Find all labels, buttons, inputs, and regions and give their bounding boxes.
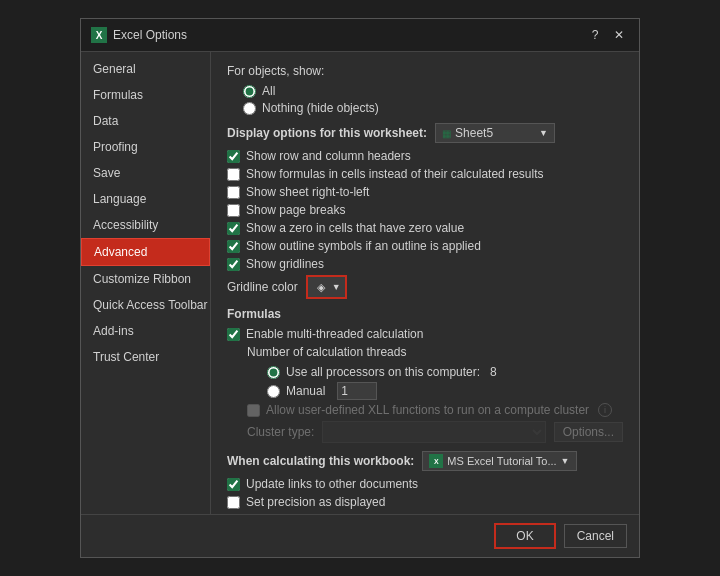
- close-button[interactable]: ✕: [609, 25, 629, 45]
- checkbox-show-formulas: Show formulas in cells instead of their …: [227, 167, 623, 181]
- checkbox-set-precision-input[interactable]: [227, 496, 240, 509]
- sidebar-item-proofing[interactable]: Proofing: [81, 134, 210, 160]
- gridline-color-button[interactable]: ◈ ▼: [306, 275, 347, 299]
- cancel-button[interactable]: Cancel: [564, 524, 627, 548]
- radio-all-label: All: [262, 84, 275, 98]
- checkbox-show-gridlines-label: Show gridlines: [246, 257, 324, 271]
- checkbox-show-row-col-label: Show row and column headers: [246, 149, 411, 163]
- checkbox-show-right-left-input[interactable]: [227, 186, 240, 199]
- help-button[interactable]: ?: [585, 25, 605, 45]
- worksheet-name: Sheet5: [455, 126, 493, 140]
- radio-all-processors-input[interactable]: [267, 366, 280, 379]
- gridline-color-label: Gridline color: [227, 280, 298, 294]
- workbook-name: MS Excel Tutorial To...: [447, 455, 556, 467]
- formulas-section-header: Formulas: [227, 307, 623, 321]
- checkbox-show-row-col: Show row and column headers: [227, 149, 623, 163]
- cluster-type-dropdown[interactable]: [322, 421, 545, 443]
- checkbox-show-formulas-input[interactable]: [227, 168, 240, 181]
- checkbox-set-precision: Set precision as displayed: [227, 495, 623, 509]
- checkbox-show-page-breaks-input[interactable]: [227, 204, 240, 217]
- worksheet-row: Display options for this worksheet: ▦ Sh…: [227, 123, 623, 143]
- options-button[interactable]: Options...: [554, 422, 623, 442]
- cluster-type-label: Cluster type:: [247, 425, 314, 439]
- checkbox-show-zero: Show a zero in cells that have zero valu…: [227, 221, 623, 235]
- checkbox-show-zero-input[interactable]: [227, 222, 240, 235]
- radio-all-input[interactable]: [243, 85, 256, 98]
- checkbox-update-links-input[interactable]: [227, 478, 240, 491]
- title-bar-left: X Excel Options: [91, 27, 187, 43]
- checkbox-enable-multithreaded-label: Enable multi-threaded calculation: [246, 327, 423, 341]
- processors-count: 8: [490, 365, 497, 379]
- sidebar-item-trust-center[interactable]: Trust Center: [81, 344, 210, 370]
- workbook-dropdown[interactable]: X MS Excel Tutorial To... ▼: [422, 451, 576, 471]
- radio-manual-label: Manual: [286, 384, 325, 398]
- excel-options-dialog: X Excel Options ? ✕ General Formulas Dat…: [80, 18, 640, 558]
- checkbox-show-formulas-label: Show formulas in cells instead of their …: [246, 167, 543, 181]
- checkbox-show-right-left-label: Show sheet right-to-left: [246, 185, 369, 199]
- sidebar-item-accessibility[interactable]: Accessibility: [81, 212, 210, 238]
- checkbox-set-precision-label: Set precision as displayed: [246, 495, 385, 509]
- manual-threads-input[interactable]: [337, 382, 377, 400]
- sidebar-item-quick-access-toolbar[interactable]: Quick Access Toolbar: [81, 292, 210, 318]
- dialog-title: Excel Options: [113, 28, 187, 42]
- radio-all-processors-item: Use all processors on this computer: 8: [267, 365, 623, 379]
- ok-button[interactable]: OK: [494, 523, 555, 549]
- sidebar-item-data[interactable]: Data: [81, 108, 210, 134]
- checkbox-show-gridlines-input[interactable]: [227, 258, 240, 271]
- main-content: For objects, show: All Nothing (hide obj…: [211, 52, 639, 514]
- radio-nothing-item: Nothing (hide objects): [243, 101, 623, 115]
- cluster-row: Cluster type: Options...: [247, 421, 623, 443]
- checkbox-enable-multithreaded-input[interactable]: [227, 328, 240, 341]
- workbook-xls-icon: X: [429, 454, 443, 468]
- radio-manual-item: Manual: [267, 382, 623, 400]
- dialog-footer: OK Cancel: [81, 514, 639, 557]
- display-options-label: Display options for this worksheet:: [227, 126, 427, 140]
- checkbox-show-zero-label: Show a zero in cells that have zero valu…: [246, 221, 464, 235]
- sidebar-item-advanced[interactable]: Advanced: [81, 238, 210, 266]
- title-bar: X Excel Options ? ✕: [81, 19, 639, 52]
- checkbox-allow-xll: Allow user-defined XLL functions to run …: [247, 403, 623, 417]
- checkbox-update-links-label: Update links to other documents: [246, 477, 418, 491]
- sidebar-item-save[interactable]: Save: [81, 160, 210, 186]
- worksheet-dropdown[interactable]: ▦ Sheet5 ▼: [435, 123, 555, 143]
- color-icon: ◈: [312, 279, 330, 295]
- checkbox-show-outline: Show outline symbols if an outline is ap…: [227, 239, 623, 253]
- checkbox-enable-multithreaded: Enable multi-threaded calculation: [227, 327, 623, 341]
- checkbox-show-page-breaks: Show page breaks: [227, 203, 623, 217]
- title-bar-right: ? ✕: [585, 25, 629, 45]
- dialog-body: General Formulas Data Proofing Save Lang…: [81, 52, 639, 514]
- sidebar-item-formulas[interactable]: Formulas: [81, 82, 210, 108]
- gridline-row: Gridline color ◈ ▼: [227, 275, 623, 299]
- radio-all-processors-label: Use all processors on this computer:: [286, 365, 480, 379]
- checkbox-allow-xll-label: Allow user-defined XLL functions to run …: [266, 403, 589, 417]
- sidebar-item-general[interactable]: General: [81, 56, 210, 82]
- checkbox-show-gridlines: Show gridlines: [227, 257, 623, 271]
- objects-label: For objects, show:: [227, 64, 623, 78]
- radio-nothing-input[interactable]: [243, 102, 256, 115]
- radio-manual-input[interactable]: [267, 385, 280, 398]
- objects-radio-group: All Nothing (hide objects): [243, 84, 623, 115]
- checkbox-show-row-col-input[interactable]: [227, 150, 240, 163]
- radio-all-item: All: [243, 84, 623, 98]
- sidebar-item-customize-ribbon[interactable]: Customize Ribbon: [81, 266, 210, 292]
- checkbox-allow-xll-input[interactable]: [247, 404, 260, 417]
- workbook-dropdown-arrow: ▼: [561, 456, 570, 466]
- checkbox-show-outline-input[interactable]: [227, 240, 240, 253]
- sidebar-item-add-ins[interactable]: Add-ins: [81, 318, 210, 344]
- workbook-row: When calculating this workbook: X MS Exc…: [227, 451, 623, 471]
- excel-icon: X: [91, 27, 107, 43]
- checkbox-show-outline-label: Show outline symbols if an outline is ap…: [246, 239, 481, 253]
- num-threads-label: Number of calculation threads: [247, 345, 623, 359]
- radio-nothing-label: Nothing (hide objects): [262, 101, 379, 115]
- checkbox-show-right-left: Show sheet right-to-left: [227, 185, 623, 199]
- when-calculating-label: When calculating this workbook:: [227, 454, 414, 468]
- checkbox-update-links: Update links to other documents: [227, 477, 623, 491]
- sidebar: General Formulas Data Proofing Save Lang…: [81, 52, 211, 514]
- worksheet-dropdown-arrow: ▼: [539, 128, 548, 138]
- sidebar-item-language[interactable]: Language: [81, 186, 210, 212]
- worksheet-icon: ▦: [442, 128, 451, 139]
- checkbox-show-page-breaks-label: Show page breaks: [246, 203, 345, 217]
- color-dropdown-arrow: ▼: [332, 282, 341, 292]
- threads-group: Number of calculation threads Use all pr…: [247, 345, 623, 400]
- allow-xll-info-icon: i: [598, 403, 612, 417]
